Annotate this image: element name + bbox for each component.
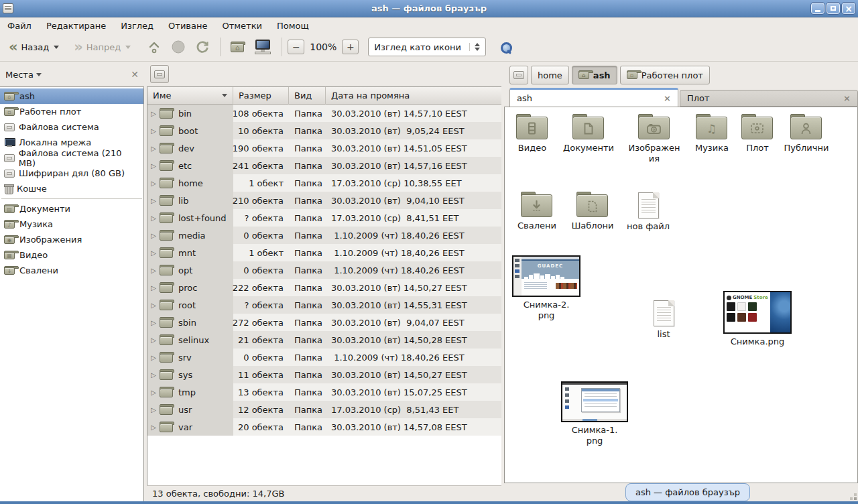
sidebar-item-ash[interactable]: ⌂ash — [0, 88, 143, 104]
sidebar-item-Свалени[interactable]: ↓Свалени — [0, 263, 143, 278]
tab-close-icon[interactable]: × — [843, 93, 851, 103]
table-row-selinux[interactable]: ▷ selinux21 обектаПапка30.03.2010 (вт) 1… — [147, 331, 502, 349]
file-item-list[interactable]: list — [639, 300, 688, 340]
expander-icon[interactable]: ▷ — [147, 336, 160, 344]
titlebar[interactable]: ash — файлов браузър × — [0, 0, 858, 17]
file-item-Снимка-2.png[interactable]: GUADEC Снимка-2. png — [512, 255, 580, 322]
expander-icon[interactable]: ▷ — [147, 232, 160, 239]
sidebar-pane-selector[interactable]: Места — [5, 70, 42, 80]
taskbar-window-button[interactable]: ash — файлов браузър — [625, 483, 750, 501]
sidebar-item-Документи[interactable]: ▤Документи — [0, 201, 143, 216]
zoom-in-button[interactable]: + — [342, 40, 359, 54]
expander-icon[interactable]: ▷ — [147, 354, 160, 361]
file-item-Шаблони[interactable]: Шаблони — [568, 192, 617, 231]
tab-Плот[interactable]: Плот× — [680, 90, 858, 107]
table-row-sys[interactable]: ▷ sys11 обектаПапка30.03.2010 (вт) 14,50… — [147, 366, 502, 383]
sidebar-close-icon[interactable]: ✕ — [131, 69, 139, 80]
expander-icon[interactable]: ▷ — [147, 127, 160, 135]
expander-icon[interactable]: ▷ — [147, 424, 160, 431]
file-item-Видео[interactable]: Видео — [508, 114, 556, 153]
file-item-Снимка.png[interactable]: GNOMEStore Снимка.png — [723, 291, 792, 347]
table-row-home[interactable]: ▷ home1 обектПапка17.03.2010 (ср) 10,38,… — [147, 174, 502, 192]
up-button[interactable] — [142, 38, 166, 56]
expander-icon[interactable]: ▷ — [147, 302, 160, 309]
reload-button[interactable] — [190, 38, 214, 56]
expander-icon[interactable]: ▷ — [147, 389, 160, 396]
table-row-bin[interactable]: ▷ bin108 обектаПапка30.03.2010 (вт) 14,5… — [147, 105, 502, 122]
expander-icon[interactable]: ▷ — [147, 110, 160, 117]
sidebar-item-Изображения[interactable]: ◉Изображения — [0, 232, 143, 247]
back-button[interactable]: « Назад — [4, 38, 64, 56]
expander-icon[interactable]: ▷ — [147, 180, 160, 187]
table-row-sbin[interactable]: ▷ sbin272 обектаПапка30.03.2010 (вт) 9,0… — [147, 314, 502, 331]
file-item-Плот[interactable]: Плот — [733, 114, 782, 153]
table-row-etc[interactable]: ▷ etc241 обектаПапка30.03.2010 (вт) 14,5… — [147, 157, 502, 174]
back-history-dropdown-icon[interactable] — [54, 46, 59, 49]
column-header-Дата на промяна[interactable]: Дата на промяна — [326, 87, 502, 105]
expander-icon[interactable]: ▷ — [147, 406, 160, 414]
expander-icon[interactable]: ▷ — [147, 214, 160, 222]
zoom-out-button[interactable]: − — [288, 40, 304, 54]
computer-button[interactable] — [249, 38, 276, 56]
menu-Отиване[interactable]: Отиване — [161, 19, 214, 32]
menu-Редактиране[interactable]: Редактиране — [39, 19, 113, 32]
sidebar-item-Файлова система[interactable]: Файлова система — [0, 119, 143, 135]
stop-button[interactable] — [166, 38, 190, 56]
home-button[interactable]: ⌂ — [226, 40, 249, 54]
table-row-dev[interactable]: ▷ dev190 обектаПапка30.03.2010 (вт) 14,5… — [147, 139, 502, 157]
close-button[interactable]: × — [842, 3, 855, 14]
resize-grip[interactable] — [854, 497, 857, 500]
table-row-mnt[interactable]: ▷ mnt1 обектПапка 1.10.2009 (чт) 18,40,2… — [147, 244, 502, 261]
file-item-Публични[interactable]: Публични — [782, 114, 831, 153]
menu-Помощ[interactable]: Помощ — [269, 19, 316, 32]
expander-icon[interactable]: ▷ — [147, 284, 160, 292]
column-header-Размер[interactable]: Размер — [233, 87, 289, 105]
forward-button[interactable]: » Напред — [69, 38, 135, 56]
minimize-button[interactable] — [811, 3, 824, 14]
table-row-root[interactable]: ▷ root? обектаПапка30.03.2010 (вт) 14,55… — [147, 296, 502, 314]
tab-close-icon[interactable]: × — [664, 93, 671, 103]
column-header-Име[interactable]: Име — [147, 87, 233, 105]
table-row-opt[interactable]: ▷ opt0 обектаПапка 1.10.2009 (чт) 18,40,… — [147, 261, 502, 279]
menu-Отметки[interactable]: Отметки — [214, 19, 269, 32]
expander-icon[interactable]: ▷ — [147, 145, 160, 152]
sidebar-item-Работен плот[interactable]: ▫Работен плот — [0, 104, 143, 119]
file-item-Документи[interactable]: Документи — [564, 114, 613, 153]
expander-icon[interactable]: ▷ — [147, 319, 160, 326]
pathbar-button-Работен плот[interactable]: ▫Работен плот — [620, 66, 710, 84]
sidebar-item-Шифриран дял (80 GB)[interactable]: Шифриран дял (80 GB) — [0, 166, 143, 181]
table-row-var[interactable]: ▷ var20 обектаПапка30.03.2010 (вт) 14,57… — [147, 418, 502, 436]
column-header-Вид[interactable]: Вид — [289, 87, 326, 105]
table-row-boot[interactable]: ▷ boot10 обектаПапка30.03.2010 (вт) 9,05… — [147, 122, 502, 139]
tree-root-button[interactable] — [150, 65, 169, 83]
table-row-proc[interactable]: ▷ proc222 обектаПапка30.03.2010 (вт) 14,… — [147, 279, 502, 296]
icon-view[interactable]: ВидеоДокументиИзображен ия♫МузикаПлотПуб… — [504, 107, 858, 483]
pathbar-button-ash[interactable]: ⌂ash — [572, 66, 617, 84]
pathbar-button-home[interactable]: home — [531, 66, 569, 84]
table-row-srv[interactable]: ▷ srv0 обектаПапка 1.10.2009 (чт) 18,40,… — [147, 349, 502, 366]
expander-icon[interactable]: ▷ — [147, 267, 160, 274]
expander-icon[interactable]: ▷ — [147, 162, 160, 170]
file-item-Снимка-1.png[interactable]: Снимка-1. png — [561, 381, 628, 447]
sidebar-item-Музика[interactable]: ♪Музика — [0, 216, 143, 232]
forward-history-dropdown-icon[interactable] — [125, 46, 131, 49]
sidebar-item-Файлова система (210 MB)[interactable]: Файлова система (210 MB) — [0, 150, 143, 166]
expander-icon[interactable]: ▷ — [147, 371, 160, 379]
table-row-usr[interactable]: ▷ usr12 обектаПапка17.03.2010 (ср) 8,51,… — [147, 401, 502, 418]
menu-Изглед[interactable]: Изглед — [113, 19, 161, 32]
expander-icon[interactable]: ▷ — [147, 249, 160, 257]
file-item-Музика[interactable]: ♫Музика — [688, 114, 736, 153]
table-row-media[interactable]: ▷ media0 обектаПапка 1.10.2009 (чт) 18,4… — [147, 227, 502, 244]
maximize-button[interactable] — [826, 3, 840, 14]
table-row-tmp[interactable]: ▷ tmp13 обектаПапка30.03.2010 (вт) 15,07… — [147, 383, 502, 401]
menu-Файл[interactable]: Файл — [0, 19, 39, 32]
view-mode-select[interactable]: Изглед като икони — [368, 38, 486, 56]
sidebar-item-Кошче[interactable]: Кошче — [0, 181, 143, 196]
table-row-lib[interactable]: ▷ lib210 обектаПапка30.03.2010 (вт) 9,04… — [147, 192, 502, 209]
file-item-нов файл[interactable]: нов файл — [624, 192, 672, 232]
sidebar-item-Видео[interactable]: ▦Видео — [0, 247, 143, 263]
file-item-Изображения[interactable]: Изображен ия — [630, 114, 678, 165]
search-button[interactable] — [495, 37, 515, 57]
pathbar-button-root[interactable] — [509, 66, 528, 84]
file-item-Свалени[interactable]: Свалени — [513, 192, 561, 231]
